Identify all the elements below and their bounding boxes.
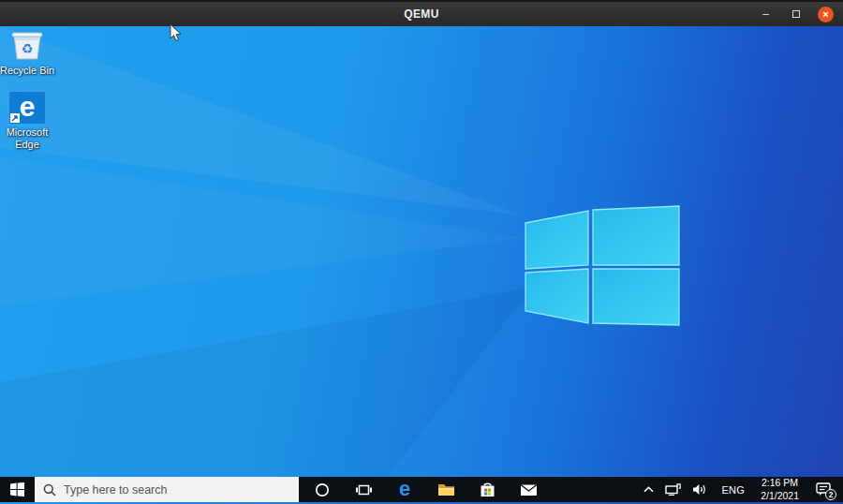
- maximize-button[interactable]: [788, 7, 804, 22]
- windows-start-icon: [10, 482, 24, 497]
- tray-network[interactable]: [659, 477, 687, 502]
- window-title: QEMU: [404, 7, 439, 21]
- desktop[interactable]: ♻ Recycle Bin e Microsoft Edge: [0, 26, 843, 477]
- search-input[interactable]: [64, 483, 279, 497]
- taskbar: e: [0, 477, 843, 502]
- minimize-icon: –: [762, 8, 769, 20]
- store-icon: [480, 482, 495, 497]
- wallpaper-light-ray: [0, 26, 843, 477]
- tray-date: 2/1/2021: [761, 490, 799, 503]
- shortcut-arrow-icon: [10, 113, 20, 123]
- start-button[interactable]: [0, 477, 35, 502]
- notification-badge: 2: [825, 489, 836, 500]
- taskbar-item-file-explorer[interactable]: [425, 477, 466, 502]
- tray-time: 2:16 PM: [761, 477, 799, 490]
- taskbar-app-icons: e: [302, 477, 549, 502]
- taskbar-item-edge[interactable]: e: [384, 477, 425, 502]
- edge-icon: e: [9, 92, 45, 124]
- tray-language[interactable]: ENG: [713, 484, 753, 496]
- search-icon: [43, 483, 56, 497]
- desktop-icon-recycle-bin[interactable]: ♻ Recycle Bin: [0, 28, 58, 77]
- titlebar[interactable]: QEMU – ×: [0, 0, 843, 26]
- taskbar-item-task-view[interactable]: [343, 477, 384, 502]
- file-explorer-icon: [437, 482, 455, 497]
- close-icon: ×: [822, 9, 828, 20]
- minimize-button[interactable]: –: [758, 7, 774, 22]
- speaker-icon: [692, 483, 707, 496]
- taskbar-item-store[interactable]: [466, 477, 508, 502]
- svg-text:♻: ♻: [22, 41, 34, 56]
- system-tray: ENG 2:16 PM 2/1/2021 2: [638, 477, 843, 502]
- desktop-icon-label: Recycle Bin: [0, 65, 54, 77]
- maximize-icon: [792, 10, 800, 18]
- mail-icon: [520, 483, 538, 497]
- window-controls: – ×: [758, 2, 834, 26]
- tray-clock[interactable]: 2:16 PM 2/1/2021: [753, 477, 806, 502]
- wallpaper-light-ray: [0, 26, 843, 477]
- tray-show-hidden-icons[interactable]: [638, 477, 659, 502]
- tray-action-center[interactable]: 2: [806, 477, 843, 502]
- taskbar-search[interactable]: [35, 477, 299, 502]
- taskbar-item-mail[interactable]: [508, 477, 549, 502]
- windows-wallpaper-logo-icon: [524, 203, 681, 327]
- desktop-icon-label: Microsoft Edge: [0, 126, 58, 150]
- edge-icon: e: [399, 479, 410, 499]
- tray-volume[interactable]: [687, 477, 713, 502]
- cortana-icon: [315, 482, 330, 497]
- network-ethernet-icon: [665, 483, 681, 496]
- desktop-icon-microsoft-edge[interactable]: e Microsoft Edge: [0, 92, 58, 150]
- wallpaper-shadow-ray: [0, 26, 843, 477]
- task-view-icon: [356, 483, 372, 497]
- taskbar-item-cortana[interactable]: [302, 477, 343, 502]
- recycle-bin-icon: ♻: [8, 28, 46, 62]
- close-button[interactable]: ×: [818, 7, 834, 22]
- chevron-up-icon: [643, 486, 654, 493]
- qemu-window: QEMU – ×: [0, 0, 843, 504]
